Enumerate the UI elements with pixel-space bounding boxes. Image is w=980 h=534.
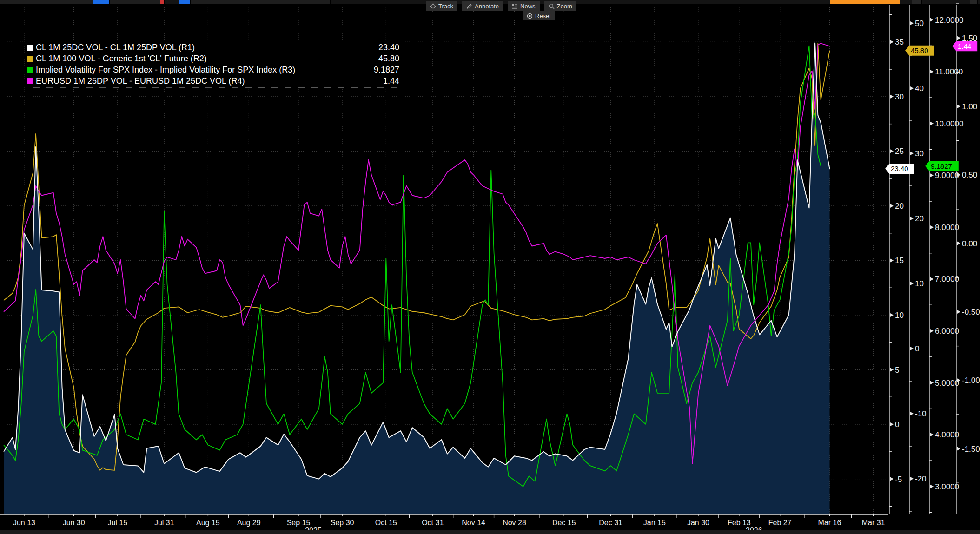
series-swatch-white — [27, 45, 33, 51]
legend-label: EURUSD 1M 25DP VOL - EURUSD 1M 25DC VOL … — [36, 76, 358, 86]
y-tick-label: 30 — [915, 149, 924, 158]
y-tick-label: -1.00 — [962, 376, 980, 385]
y-tick-label: 0.00 — [962, 239, 977, 248]
x-tick-label: Dec 31 — [599, 519, 622, 527]
y-tick-label: 50 — [915, 19, 924, 28]
y-tick-label: 12.0000 — [935, 16, 963, 25]
legend-row-r1[interactable]: CL 1M 25DC VOL - CL 1M 25DP VOL (R1) 23.… — [27, 42, 399, 53]
svg-text:9.1827: 9.1827 — [931, 162, 952, 170]
y-tick-label: 9.0000 — [935, 171, 959, 180]
x-tick-label: Mar 16 — [818, 519, 841, 527]
track-button-label: Track — [438, 3, 453, 10]
legend-label: CL 1M 100 VOL - Generic 1st 'CL' Future … — [36, 54, 358, 64]
y-tick-label: 3.0000 — [935, 482, 959, 491]
y-tick-label: 11.0000 — [935, 67, 963, 76]
y-tick-label: 8.0000 — [935, 223, 959, 232]
y-tick-label: -20 — [915, 475, 927, 483]
chart-legend: CL 1M 25DC VOL - CL 1M 25DP VOL (R1) 23.… — [26, 41, 402, 88]
bloomberg-chart-window: Jun 13Jun 30Jul 15Jul 31Aug 15Aug 29Sep … — [0, 0, 980, 534]
annotate-button-label: Annotate — [475, 3, 499, 10]
magnifier-icon — [549, 3, 555, 9]
y-tick-label: 10 — [895, 311, 904, 320]
y-axis-r4: 1.501.000.500.00-0.50-1.00-1.50 — [956, 4, 980, 514]
y-tick-label: 25 — [895, 147, 904, 156]
x-tick-label: Nov 14 — [462, 519, 485, 527]
y-axis-r2: 50403020100-10-20 — [909, 5, 927, 514]
series-swatch-amber — [27, 56, 33, 62]
x-tick-label: Sep 30 — [331, 519, 354, 527]
x-tick-label: Aug 29 — [237, 519, 261, 527]
legend-value: 9.1827 — [358, 65, 399, 75]
bottom-edge-strip — [0, 530, 980, 534]
annotate-button[interactable]: Annotate — [462, 1, 503, 11]
series-swatch-magenta — [27, 78, 33, 84]
x-tick-label: Nov 28 — [503, 519, 526, 527]
last-value-flag-r3: 9.1827 — [925, 161, 959, 171]
x-tick-label: Feb 27 — [768, 519, 792, 527]
zoom-button[interactable]: Zoom — [544, 1, 576, 11]
series-swatch-green — [27, 67, 33, 73]
x-tick-label: Mar 31 — [862, 519, 885, 527]
crosshair-icon — [430, 3, 436, 9]
y-tick-label: 1.00 — [962, 102, 977, 111]
y-tick-label: 20 — [915, 214, 924, 223]
y-tick-label: 6.0000 — [935, 327, 959, 336]
svg-text:45.80: 45.80 — [911, 46, 928, 54]
news-button[interactable]: News — [508, 1, 540, 11]
y-tick-label: 4.0000 — [935, 430, 959, 439]
legend-row-r4[interactable]: EURUSD 1M 25DP VOL - EURUSD 1M 25DC VOL … — [27, 75, 399, 86]
y-tick-label: 30 — [895, 92, 904, 101]
y-tick-label: 40 — [915, 84, 924, 93]
reset-icon — [527, 13, 533, 19]
reset-button-label: Reset — [535, 13, 551, 20]
y-tick-label: 5.0000 — [935, 379, 959, 388]
x-tick-label: Aug 15 — [196, 519, 220, 527]
zoom-button-label: Zoom — [557, 3, 572, 10]
x-tick-label: Feb 13 — [728, 519, 751, 527]
y-tick-label: 10.0000 — [935, 119, 963, 128]
track-button[interactable]: Track — [426, 1, 457, 11]
legend-label: CL 1M 25DC VOL - CL 1M 25DP VOL (R1) — [36, 43, 358, 53]
legend-value: 45.80 — [358, 54, 399, 64]
reset-button[interactable]: Reset — [523, 11, 555, 20]
chart-toolbar: Track Annotate News Zoom — [426, 1, 576, 11]
y-tick-label: 15 — [895, 256, 904, 265]
news-icon — [512, 3, 518, 9]
legend-row-r2[interactable]: CL 1M 100 VOL - Generic 1st 'CL' Future … — [27, 53, 399, 64]
y-tick-label: 0 — [895, 420, 899, 429]
y-tick-label: 20 — [895, 202, 904, 211]
y-tick-label: -1.50 — [962, 445, 980, 454]
y-tick-label: -0.50 — [962, 308, 980, 316]
y-tick-label: -10 — [915, 409, 927, 418]
x-tick-label: Jun 13 — [13, 519, 35, 527]
x-tick-label: Jul 15 — [107, 519, 127, 527]
news-button-label: News — [520, 3, 536, 10]
x-tick-label: Jan 15 — [643, 519, 666, 527]
x-tick-label: Jan 30 — [687, 519, 709, 527]
x-tick-label: Jun 30 — [63, 519, 85, 527]
y-tick-label: 0.50 — [962, 171, 977, 179]
last-value-flag-r1: 23.40 — [885, 164, 914, 174]
pencil-icon — [466, 3, 472, 9]
x-tick-label: Jul 31 — [154, 519, 174, 527]
last-value-flag-r4: 1.44 — [952, 41, 977, 51]
y-tick-label: -5 — [895, 475, 902, 484]
y-axis-r3: 12.000011.000010.00009.00008.00007.00006… — [929, 5, 963, 514]
legend-value: 1.44 — [358, 76, 399, 86]
legend-value: 23.40 — [358, 43, 399, 53]
x-tick-label: Dec 15 — [552, 519, 576, 527]
y-tick-label: 10 — [915, 279, 924, 288]
legend-row-r3[interactable]: Implied Volatility For SPX Index - Impli… — [27, 64, 399, 75]
y-tick-label: 5 — [895, 366, 899, 375]
y-tick-label: 35 — [895, 38, 904, 46]
last-value-flag-r2: 45.80 — [905, 46, 934, 56]
svg-text:1.44: 1.44 — [958, 42, 971, 50]
y-tick-label: 7.0000 — [935, 275, 959, 283]
svg-text:23.40: 23.40 — [891, 165, 908, 172]
x-tick-label: Oct 15 — [375, 519, 397, 527]
x-tick-label: Oct 31 — [422, 519, 444, 527]
y-tick-label: 0 — [915, 344, 919, 353]
y-axis-r1: 35302520151050-5 — [889, 5, 904, 514]
legend-label: Implied Volatility For SPX Index - Impli… — [36, 65, 358, 75]
white-series-area — [4, 43, 830, 514]
